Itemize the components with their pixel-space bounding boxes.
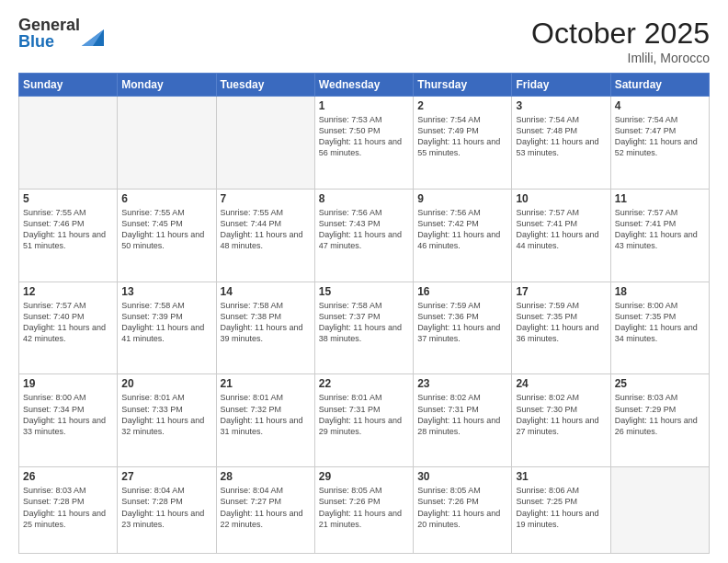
day-number: 8: [319, 192, 409, 205]
calendar-cell: [216, 97, 314, 190]
day-header-sunday: Sunday: [19, 74, 118, 97]
day-header-friday: Friday: [512, 74, 610, 97]
calendar-cell: 2Sunrise: 7:54 AMSunset: 7:49 PMDaylight…: [414, 97, 512, 190]
day-number: 10: [516, 192, 606, 205]
day-info: Sunrise: 8:00 AMSunset: 7:34 PMDaylight:…: [23, 392, 113, 437]
day-info: Sunrise: 7:56 AMSunset: 7:43 PMDaylight:…: [319, 207, 409, 252]
calendar-cell: 20Sunrise: 8:01 AMSunset: 7:33 PMDayligh…: [118, 374, 216, 467]
day-number: 30: [417, 470, 507, 483]
day-info: Sunrise: 8:03 AMSunset: 7:29 PMDaylight:…: [615, 392, 705, 437]
day-info: Sunrise: 7:55 AMSunset: 7:45 PMDaylight:…: [121, 207, 211, 252]
day-info: Sunrise: 8:01 AMSunset: 7:31 PMDaylight:…: [319, 392, 409, 437]
title-block: October 2025 Imlili, Morocco: [531, 17, 710, 65]
calendar-cell: 8Sunrise: 7:56 AMSunset: 7:43 PMDaylight…: [314, 189, 413, 282]
calendar-cell: 30Sunrise: 8:05 AMSunset: 7:26 PMDayligh…: [414, 467, 512, 554]
logo: General Blue: [18, 17, 104, 50]
day-info: Sunrise: 7:57 AMSunset: 7:40 PMDaylight:…: [23, 300, 113, 345]
calendar-cell: 13Sunrise: 7:58 AMSunset: 7:39 PMDayligh…: [118, 282, 216, 374]
day-number: 31: [516, 470, 606, 483]
day-number: 13: [121, 285, 211, 298]
day-number: 12: [23, 285, 113, 298]
day-number: 7: [221, 192, 311, 205]
day-number: 24: [516, 377, 606, 390]
day-number: 26: [23, 470, 113, 483]
header: General Blue October 2025 Imlili, Morocc…: [18, 17, 710, 65]
calendar-week-0: 1Sunrise: 7:53 AMSunset: 7:50 PMDaylight…: [19, 97, 710, 190]
day-number: 6: [121, 192, 211, 205]
calendar-cell: 6Sunrise: 7:55 AMSunset: 7:45 PMDaylight…: [118, 189, 216, 282]
day-info: Sunrise: 7:59 AMSunset: 7:35 PMDaylight:…: [516, 300, 606, 345]
day-header-monday: Monday: [118, 74, 216, 97]
day-number: 3: [516, 99, 606, 112]
day-info: Sunrise: 7:53 AMSunset: 7:50 PMDaylight:…: [319, 114, 409, 159]
day-info: Sunrise: 7:57 AMSunset: 7:41 PMDaylight:…: [516, 207, 606, 252]
calendar-cell: 27Sunrise: 8:04 AMSunset: 7:28 PMDayligh…: [118, 467, 216, 554]
day-number: 19: [23, 377, 113, 390]
day-number: 25: [615, 377, 705, 390]
calendar-cell: 17Sunrise: 7:59 AMSunset: 7:35 PMDayligh…: [512, 282, 610, 374]
day-header-saturday: Saturday: [610, 74, 709, 97]
day-info: Sunrise: 8:01 AMSunset: 7:33 PMDaylight:…: [121, 392, 211, 437]
calendar-cell: 15Sunrise: 7:58 AMSunset: 7:37 PMDayligh…: [314, 282, 413, 374]
day-number: 15: [319, 285, 409, 298]
calendar-cell: 9Sunrise: 7:56 AMSunset: 7:42 PMDaylight…: [414, 189, 512, 282]
day-number: 1: [319, 99, 409, 112]
day-number: 22: [319, 377, 409, 390]
day-info: Sunrise: 8:01 AMSunset: 7:32 PMDaylight:…: [221, 392, 311, 437]
day-number: 21: [221, 377, 311, 390]
day-info: Sunrise: 7:54 AMSunset: 7:48 PMDaylight:…: [516, 114, 606, 159]
day-info: Sunrise: 7:54 AMSunset: 7:49 PMDaylight:…: [417, 114, 507, 159]
calendar-cell: 31Sunrise: 8:06 AMSunset: 7:25 PMDayligh…: [512, 467, 610, 554]
calendar-cell: 29Sunrise: 8:05 AMSunset: 7:26 PMDayligh…: [314, 467, 413, 554]
day-info: Sunrise: 8:05 AMSunset: 7:26 PMDaylight:…: [319, 485, 409, 530]
day-number: 17: [516, 285, 606, 298]
day-number: 20: [121, 377, 211, 390]
calendar-cell: 3Sunrise: 7:54 AMSunset: 7:48 PMDaylight…: [512, 97, 610, 190]
day-header-tuesday: Tuesday: [216, 74, 314, 97]
calendar-cell: 23Sunrise: 8:02 AMSunset: 7:31 PMDayligh…: [414, 374, 512, 467]
day-info: Sunrise: 8:03 AMSunset: 7:28 PMDaylight:…: [23, 485, 113, 530]
logo-icon: [82, 20, 104, 46]
day-number: 28: [221, 470, 311, 483]
day-info: Sunrise: 7:55 AMSunset: 7:46 PMDaylight:…: [23, 207, 113, 252]
calendar-cell: [118, 97, 216, 190]
calendar-cell: 22Sunrise: 8:01 AMSunset: 7:31 PMDayligh…: [314, 374, 413, 467]
day-info: Sunrise: 7:55 AMSunset: 7:44 PMDaylight:…: [221, 207, 311, 252]
day-header-wednesday: Wednesday: [314, 74, 413, 97]
calendar-cell: 21Sunrise: 8:01 AMSunset: 7:32 PMDayligh…: [216, 374, 314, 467]
day-info: Sunrise: 8:05 AMSunset: 7:26 PMDaylight:…: [417, 485, 507, 530]
calendar-cell: 5Sunrise: 7:55 AMSunset: 7:46 PMDaylight…: [19, 189, 118, 282]
day-info: Sunrise: 7:58 AMSunset: 7:39 PMDaylight:…: [121, 300, 211, 345]
day-header-thursday: Thursday: [414, 74, 512, 97]
calendar-cell: 16Sunrise: 7:59 AMSunset: 7:36 PMDayligh…: [414, 282, 512, 374]
page: General Blue October 2025 Imlili, Morocc…: [0, 0, 728, 563]
logo-blue: Blue: [18, 33, 80, 50]
day-info: Sunrise: 8:00 AMSunset: 7:35 PMDaylight:…: [615, 300, 705, 345]
calendar-cell: 25Sunrise: 8:03 AMSunset: 7:29 PMDayligh…: [610, 374, 709, 467]
day-info: Sunrise: 8:06 AMSunset: 7:25 PMDaylight:…: [516, 485, 606, 530]
calendar-cell: 12Sunrise: 7:57 AMSunset: 7:40 PMDayligh…: [19, 282, 118, 374]
day-number: 9: [417, 192, 507, 205]
calendar-cell: 28Sunrise: 8:04 AMSunset: 7:27 PMDayligh…: [216, 467, 314, 554]
day-info: Sunrise: 7:58 AMSunset: 7:37 PMDaylight:…: [319, 300, 409, 345]
calendar-week-1: 5Sunrise: 7:55 AMSunset: 7:46 PMDaylight…: [19, 189, 710, 282]
day-info: Sunrise: 8:04 AMSunset: 7:28 PMDaylight:…: [121, 485, 211, 530]
day-number: 11: [615, 192, 705, 205]
day-number: 29: [319, 470, 409, 483]
day-number: 2: [417, 99, 507, 112]
calendar-week-3: 19Sunrise: 8:00 AMSunset: 7:34 PMDayligh…: [19, 374, 710, 467]
day-number: 14: [221, 285, 311, 298]
month-title: October 2025: [531, 17, 710, 51]
calendar-cell: 24Sunrise: 8:02 AMSunset: 7:30 PMDayligh…: [512, 374, 610, 467]
day-info: Sunrise: 7:56 AMSunset: 7:42 PMDaylight:…: [417, 207, 507, 252]
calendar-cell: 11Sunrise: 7:57 AMSunset: 7:41 PMDayligh…: [610, 189, 709, 282]
calendar-cell: [610, 467, 709, 554]
calendar-cell: [19, 97, 118, 190]
location: Imlili, Morocco: [531, 51, 710, 65]
day-number: 27: [121, 470, 211, 483]
calendar-cell: 19Sunrise: 8:00 AMSunset: 7:34 PMDayligh…: [19, 374, 118, 467]
calendar-cell: 10Sunrise: 7:57 AMSunset: 7:41 PMDayligh…: [512, 189, 610, 282]
day-number: 23: [417, 377, 507, 390]
day-info: Sunrise: 7:58 AMSunset: 7:38 PMDaylight:…: [221, 300, 311, 345]
day-number: 5: [23, 192, 113, 205]
